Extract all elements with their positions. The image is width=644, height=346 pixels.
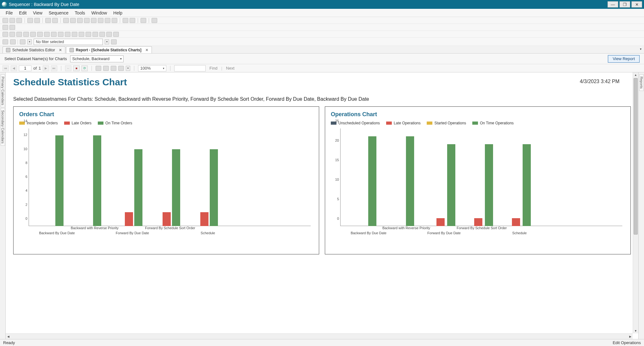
filter-dropdown-icon[interactable]: ▾ (27, 39, 32, 44)
tool-icon[interactable] (3, 25, 8, 30)
scroll-down-icon[interactable]: ▼ (633, 328, 638, 333)
tool-icon[interactable] (23, 32, 29, 37)
tool-icon[interactable] (3, 39, 8, 44)
tool-icon[interactable] (3, 32, 8, 37)
vertical-scrollbar[interactable]: ▲ ▼ (633, 72, 638, 333)
status-left: Ready (3, 340, 15, 345)
legend-label: Started Operations (434, 121, 466, 125)
menu-view[interactable]: View (30, 10, 46, 15)
tool-icon[interactable] (16, 18, 22, 23)
stop-button[interactable]: ■ (73, 65, 80, 71)
find-input[interactable] (174, 65, 206, 71)
tool-icon[interactable] (113, 32, 119, 37)
tool-icon[interactable] (152, 18, 157, 23)
tool-icon[interactable] (63, 18, 69, 23)
status-right: Edit Operations (613, 340, 641, 345)
minimize-button[interactable]: — (608, 1, 618, 8)
menu-help[interactable]: Help (110, 10, 125, 15)
prev-page-button[interactable]: ◀ (11, 65, 17, 71)
menu-file[interactable]: File (3, 10, 16, 15)
back-button[interactable]: ← (65, 65, 71, 71)
tool-icon[interactable] (98, 18, 103, 23)
filter-dropdown-icon[interactable]: ▾ (105, 39, 109, 44)
tool-icon[interactable] (27, 18, 33, 23)
zoom-combo[interactable]: 100% (138, 65, 166, 71)
layout-icon[interactable] (103, 66, 109, 71)
tool-icon[interactable] (44, 32, 50, 37)
refresh-button[interactable]: ⟳ (81, 65, 88, 71)
scroll-up-icon[interactable]: ▲ (633, 72, 638, 77)
find-label[interactable]: Find (208, 66, 219, 71)
tool-icon[interactable] (9, 32, 15, 37)
export-dropdown-icon[interactable]: ▾ (126, 66, 130, 71)
tool-icon[interactable] (10, 39, 16, 44)
tool-icon[interactable] (51, 32, 57, 37)
scroll-right-icon[interactable]: ▶ (628, 334, 633, 339)
side-tab-reports[interactable]: Reports (639, 74, 644, 91)
scroll-left-icon[interactable]: ◀ (6, 334, 11, 339)
side-tab-secondary-calendars[interactable]: Secondary Calendars (1, 108, 5, 146)
filter-icon[interactable] (20, 39, 25, 44)
view-report-button[interactable]: View Report (608, 55, 640, 63)
last-page-button[interactable]: ⏭ (51, 65, 57, 71)
x-tick-label: Forward By Schedule Sort Order (145, 226, 195, 230)
side-tab-primary-calendars[interactable]: Primary Calendars (1, 74, 5, 107)
export-icon[interactable] (118, 66, 124, 71)
tool-icon[interactable] (30, 32, 36, 37)
horizontal-scrollbar[interactable]: ◀ ▶ (6, 333, 633, 339)
tool-icon[interactable] (72, 32, 77, 37)
filter-field[interactable]: No filter selected (34, 39, 103, 45)
tool-icon[interactable] (91, 18, 97, 23)
tool-icon[interactable] (123, 18, 128, 23)
tool-icon[interactable] (9, 25, 15, 30)
tool-icon[interactable] (77, 18, 83, 23)
tool-icon[interactable] (141, 18, 146, 23)
y-tick-label: 10 (24, 147, 27, 151)
tool-icon[interactable] (3, 18, 8, 23)
menu-tools[interactable]: Tools (72, 10, 88, 15)
bar (406, 136, 414, 226)
page-input[interactable] (19, 65, 31, 71)
tool-icon[interactable] (70, 18, 76, 23)
maximize-button[interactable]: ❐ (619, 1, 630, 8)
close-icon[interactable]: ✕ (59, 48, 62, 52)
tool-icon[interactable] (79, 32, 84, 37)
menu-sequence[interactable]: Sequence (46, 10, 72, 15)
print-icon[interactable] (96, 66, 101, 71)
tool-icon[interactable] (112, 18, 117, 23)
tool-icon[interactable] (65, 32, 70, 37)
bars-area (340, 128, 622, 226)
tool-icon[interactable] (37, 32, 43, 37)
tool-icon[interactable] (130, 18, 135, 23)
menu-edit[interactable]: Edit (16, 10, 30, 15)
dataset-combo[interactable]: Schedule, Backward (70, 55, 124, 62)
close-icon[interactable]: ✕ (145, 48, 148, 52)
next-label[interactable]: Next (224, 66, 236, 71)
tab-overflow-icon[interactable]: ▾ (640, 47, 641, 51)
tool-icon[interactable] (99, 32, 105, 37)
first-page-button[interactable]: ⏮ (3, 65, 9, 71)
page-setup-icon[interactable] (111, 66, 116, 71)
tool-icon[interactable] (92, 32, 98, 37)
tool-icon[interactable] (9, 18, 15, 23)
tool-icon[interactable] (84, 18, 90, 23)
tab-report[interactable]: Report - [Schedule Statistics Charts] ✕ (66, 46, 152, 53)
tool-icon[interactable] (45, 18, 51, 23)
tool-icon[interactable] (58, 32, 64, 37)
next-page-button[interactable]: ▶ (43, 65, 49, 71)
legend-item: Late Orders (64, 121, 92, 125)
tool-icon[interactable] (105, 18, 110, 23)
tab-schedule-stats-editor[interactable]: Schedule Statistics Editor ✕ (3, 46, 65, 53)
status-bar: Ready Edit Operations (0, 339, 644, 346)
close-window-button[interactable]: ✕ (631, 1, 642, 8)
bar-group (124, 149, 142, 226)
scroll-thumb[interactable] (634, 78, 638, 235)
bar (55, 135, 64, 226)
tool-icon[interactable] (86, 32, 91, 37)
menu-window[interactable]: Window (88, 10, 110, 15)
tool-icon[interactable] (16, 32, 22, 37)
filter-clear-icon[interactable] (111, 39, 117, 44)
tool-icon[interactable] (52, 18, 58, 23)
tool-icon[interactable] (106, 32, 112, 37)
tool-icon[interactable] (34, 18, 40, 23)
